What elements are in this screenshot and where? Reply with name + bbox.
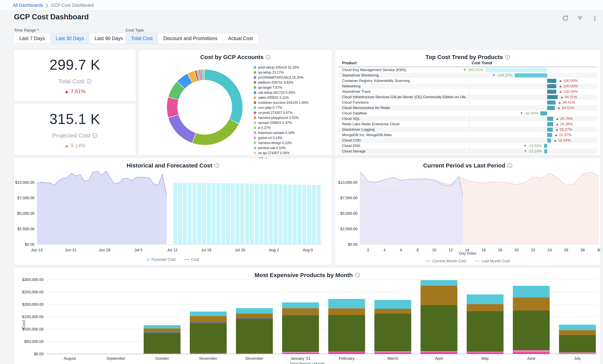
- stack-segment-segment-olive[interactable]: [236, 320, 273, 353]
- stack-segment-segment-cyan[interactable]: [328, 299, 365, 309]
- stack-segment-segment-blue[interactable]: [144, 332, 181, 333]
- stack-segment-segment-olive[interactable]: [374, 313, 411, 351]
- stack-segment-segment-olive[interactable]: [190, 323, 227, 353]
- stack-segment-segment-blue[interactable]: [282, 315, 319, 315]
- monthly-products-chart[interactable]: $0.00$50,000.00$100,000.00$150,000.00$20…: [14, 268, 600, 364]
- stack-segment-segment-olive[interactable]: [559, 335, 596, 352]
- stack-segment-segment-magenta[interactable]: [374, 352, 411, 354]
- cost-trend-value: ▲ 100.00%: [559, 83, 578, 89]
- projected-cost-label: Projected Cost: [52, 132, 91, 139]
- stack-segment-segment-gold[interactable]: [236, 313, 273, 319]
- legend-item-label: customer-success-244100 1.00%: [258, 101, 309, 105]
- stack-segment-segment-magenta[interactable]: [236, 353, 273, 354]
- stack-segment-segment-magenta[interactable]: [559, 353, 596, 354]
- cost-type-option-total-cost[interactable]: Total Cost: [126, 33, 158, 44]
- stack-segment-segment-olive[interactable]: [420, 305, 457, 351]
- cost-trend-bar[interactable]: [547, 117, 553, 121]
- stack-segment-segment-cyan[interactable]: [190, 311, 227, 316]
- stack-segment-segment-gold[interactable]: [328, 309, 365, 315]
- stack-segment-segment-olive[interactable]: [467, 311, 504, 352]
- stack-segment-segment-magenta[interactable]: [328, 352, 365, 354]
- stack-segment-segment-olive[interactable]: [144, 333, 181, 353]
- period-compare-chart[interactable]: $10,000.00$7,500.00$5,000.00$2,500.00$0.…: [335, 158, 600, 265]
- stack-segment-segment-blue[interactable]: [236, 319, 273, 320]
- page-title: GCP Cost Dashboard: [14, 13, 89, 21]
- info-icon[interactable]: i: [266, 55, 270, 59]
- info-icon[interactable]: i: [87, 79, 91, 84]
- stack-segment-segment-light-pink[interactable]: [328, 352, 365, 352]
- stack-segment-segment-gold[interactable]: [467, 304, 504, 311]
- cost-type-option-discount-and-promotions[interactable]: Discount and Promotions: [158, 33, 223, 44]
- stack-segment-segment-light-pink[interactable]: [420, 351, 457, 352]
- stack-segment-segment-magenta[interactable]: [420, 352, 457, 354]
- legend-item-label: ø 0.27%: [258, 126, 271, 130]
- breadcrumb-link-all-dashboards[interactable]: All Dashboards: [13, 3, 43, 8]
- cost-trend-bar[interactable]: [515, 73, 547, 77]
- stack-segment-segment-light-pink[interactable]: [467, 352, 504, 353]
- legend-item[interactable]: Current Month Cost: [425, 259, 466, 263]
- refresh-icon[interactable]: [562, 15, 569, 22]
- stack-segment-segment-cyan[interactable]: [467, 295, 504, 304]
- cost-trend-bar[interactable]: [547, 79, 556, 83]
- gcp-accounts-donut-chart[interactable]: [166, 68, 244, 146]
- stack-segment-segment-gold[interactable]: [559, 330, 596, 335]
- stack-segment-segment-cyan[interactable]: [374, 300, 411, 309]
- cost-trend-bar[interactable]: [544, 149, 547, 153]
- legend-item[interactable]: Forecast Cost: [147, 257, 175, 262]
- historical-forecast-chart[interactable]: $10,000.00$7,500.00$5,000.00$2,500.00$0.…: [14, 158, 332, 265]
- cost-trend-bar[interactable]: [547, 128, 553, 132]
- time-range-option-last-30-days[interactable]: Last 30 Days: [50, 33, 89, 44]
- cost-trend-bar[interactable]: [486, 68, 547, 72]
- legend-item-label: uat-setup-261723 5.55%: [258, 91, 295, 95]
- svg-text:$10,000.00: $10,000.00: [338, 180, 358, 185]
- filter-icon[interactable]: [577, 15, 584, 22]
- stack-segment-segment-cyan[interactable]: [559, 325, 596, 330]
- cost-trend-bar[interactable]: [547, 100, 556, 105]
- stack-segment-segment-magenta[interactable]: [282, 353, 319, 354]
- cost-trend-bar[interactable]: [547, 133, 552, 137]
- stack-segment-segment-light-pink[interactable]: [374, 351, 411, 352]
- info-icon[interactable]: i: [93, 133, 97, 138]
- cost-trend-bar[interactable]: [547, 90, 556, 94]
- time-range-option-last-90-days[interactable]: Last 90 Days: [89, 33, 128, 44]
- legend-item[interactable]: Last Month Cost: [475, 259, 510, 263]
- stack-segment-segment-cyan[interactable]: [513, 286, 550, 298]
- stack-segment-segment-gold[interactable]: [420, 286, 457, 305]
- cost-trend-bar[interactable]: [547, 106, 555, 110]
- legend-dot-icon: [254, 132, 256, 134]
- stack-segment-segment-olive[interactable]: [513, 310, 550, 350]
- stack-segment-segment-gold[interactable]: [190, 316, 227, 322]
- cost-trend-bar[interactable]: [547, 84, 556, 88]
- stack-segment-segment-magenta[interactable]: [513, 352, 550, 354]
- cost-trend-bar[interactable]: [547, 138, 551, 143]
- cost-trend-bar[interactable]: [540, 111, 547, 115]
- column-header-product: Product: [342, 61, 357, 65]
- stack-segment-segment-gold[interactable]: [513, 298, 550, 310]
- stack-segment-segment-blue[interactable]: [190, 322, 227, 323]
- product-name: Cloud Dataflow: [342, 110, 367, 116]
- stack-segment-segment-gold[interactable]: [144, 328, 181, 332]
- cost-type-option-actual-cost[interactable]: Actual Cost: [223, 33, 258, 44]
- legend-item[interactable]: Cost: [184, 257, 199, 262]
- info-icon[interactable]: i: [505, 55, 510, 59]
- time-range-option-last-7-days[interactable]: Last 7 Days: [14, 33, 50, 44]
- stack-segment-segment-cyan[interactable]: [282, 302, 319, 308]
- stack-segment-segment-light-pink[interactable]: [282, 352, 319, 353]
- stack-segment-segment-cyan[interactable]: [236, 308, 273, 313]
- stack-segment-segment-gold[interactable]: [282, 308, 319, 315]
- cost-trend-bar[interactable]: [547, 95, 558, 99]
- stack-segment-segment-olive[interactable]: [282, 315, 319, 352]
- stack-segment-segment-magenta[interactable]: [190, 353, 227, 354]
- stack-segment-segment-light-pink[interactable]: [559, 352, 596, 353]
- stack-segment-segment-cyan[interactable]: [420, 280, 457, 286]
- cost-trend-bar[interactable]: [547, 122, 553, 126]
- kebab-menu-icon[interactable]: [591, 15, 598, 22]
- stack-segment-segment-light-pink[interactable]: [513, 350, 550, 352]
- legend-dot-icon: [254, 116, 256, 119]
- stack-segment-segment-olive[interactable]: [328, 315, 365, 352]
- stack-segment-segment-gold[interactable]: [374, 309, 411, 313]
- stack-segment-segment-magenta[interactable]: [467, 352, 504, 354]
- stack-segment-segment-magenta[interactable]: [144, 353, 181, 354]
- stack-segment-segment-cyan[interactable]: [144, 325, 181, 329]
- cost-trend-bar[interactable]: [544, 144, 547, 148]
